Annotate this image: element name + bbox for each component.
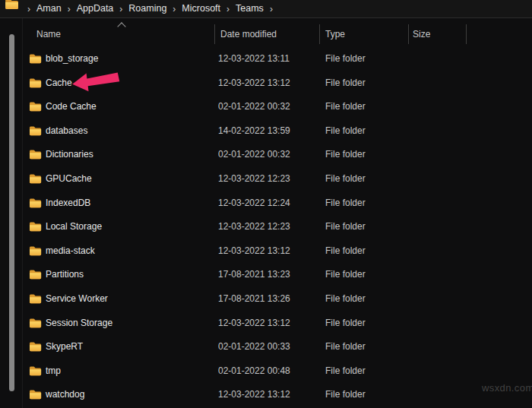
chevron-right-icon[interactable]: › [119,5,122,14]
file-type: File folder [325,389,366,400]
date-modified: 12-03-2022 12:23 [218,173,290,184]
table-row[interactable]: databases 14-02-2022 13:59 File folder [0,119,532,143]
table-row[interactable]: SkypeRT 02-01-2022 00:33 File folder [0,334,532,359]
file-type: File folder [325,77,366,88]
date-modified: 02-01-2022 00:48 [218,365,290,376]
breadcrumb-item-appdata[interactable]: AppData [77,4,114,14]
file-type: File folder [325,293,366,304]
file-name: Local Storage [46,221,102,232]
file-name: Partitions [46,269,84,280]
folder-icon [29,365,42,376]
date-modified: 02-01-2022 00:32 [218,101,290,112]
folder-icon [5,0,19,10]
breadcrumb-item-microsoft[interactable]: Microsoft [182,4,220,14]
folder-icon [29,245,42,256]
file-type: File folder [325,245,366,256]
file-explorer-window: › Aman › AppData › Roaming › Microsoft ›… [0,0,532,408]
file-type: File folder [325,318,366,328]
column-divider[interactable] [408,24,409,44]
file-name: SkypeRT [46,341,83,352]
table-row[interactable]: Service Worker 17-08-2021 13:26 File fol… [0,286,532,311]
file-name: blob_storage [46,53,98,64]
folder-icon [29,269,42,280]
breadcrumb: › Aman › AppData › Roaming › Microsoft ›… [0,0,532,17]
folder-icon [29,389,42,400]
folder-icon [29,173,42,184]
folder-icon [29,149,42,160]
folder-icon [29,293,42,304]
file-type: File folder [325,101,366,112]
table-row[interactable]: watchdog 12-03-2022 13:12 File folder [0,382,532,406]
table-row[interactable]: GPUCache 12-03-2022 12:23 File folder [0,166,532,191]
column-header-size[interactable]: Size [413,29,430,40]
file-name: databases [46,125,87,136]
chevron-right-icon[interactable]: › [173,5,176,14]
date-modified: 12-03-2022 13:12 [218,245,290,256]
folder-icon [29,77,42,88]
table-row[interactable]: Session Storage 12-03-2022 13:12 File fo… [0,311,532,335]
table-row[interactable]: IndexedDB 12-03-2022 12:24 File folder [0,191,532,215]
file-name: Code Cache [46,101,97,112]
date-modified: 12-03-2022 12:23 [218,221,290,232]
file-name: watchdog [46,389,84,400]
file-name: media-stack [46,245,95,256]
date-modified: 12-03-2022 13:12 [218,77,290,88]
file-type: File folder [325,198,366,208]
folder-icon [29,221,42,232]
file-name: GPUCache [46,173,92,184]
column-header-date-modified[interactable]: Date modified [220,29,277,40]
column-header-name[interactable]: Name [36,29,61,40]
folder-icon [29,101,42,112]
date-modified: 12-03-2022 13:12 [218,318,290,328]
file-type: File folder [325,125,366,136]
divider [0,17,532,18]
column-header-type[interactable]: Type [325,29,345,40]
file-type: File folder [325,269,366,280]
file-type: File folder [325,149,366,160]
breadcrumb-item-teams[interactable]: Teams [236,4,264,14]
table-row[interactable]: blob_storage 12-03-2022 13:11 File folde… [0,46,532,71]
file-type: File folder [325,341,366,352]
breadcrumb-item-roaming[interactable]: Roaming [128,4,166,14]
date-modified: 14-02-2022 13:59 [218,125,290,136]
date-modified: 12-03-2022 12:24 [218,198,290,208]
chevron-right-icon[interactable]: › [270,5,273,14]
table-row[interactable]: tmp 02-01-2022 00:48 File folder [0,359,532,383]
chevron-right-icon[interactable]: › [68,5,71,14]
file-type: File folder [325,53,366,64]
column-divider[interactable] [466,24,467,44]
watermark: wsxdn.com [482,382,532,394]
table-row[interactable]: Dictionaries 02-01-2022 00:32 File folde… [0,142,532,166]
chevron-right-icon[interactable]: › [226,5,230,14]
file-name: tmp [46,365,61,376]
file-name: Service Worker [46,293,108,304]
file-name: IndexedDB [46,198,90,208]
folder-icon [29,341,42,352]
column-divider[interactable] [319,24,320,44]
chevron-right-icon[interactable]: › [27,5,30,14]
date-modified: 12-03-2022 13:12 [218,389,290,400]
folder-icon [29,53,42,64]
column-divider[interactable] [214,24,215,44]
file-name: Dictionaries [46,149,93,160]
date-modified: 12-03-2022 13:11 [218,53,290,64]
breadcrumb-item-aman[interactable]: Aman [36,4,62,14]
table-row[interactable]: media-stack 12-03-2022 13:12 File folder [0,239,532,263]
sort-ascending-icon [117,22,125,30]
table-row[interactable]: Local Storage 12-03-2022 12:23 File fold… [0,214,532,239]
folder-icon [29,318,42,328]
folder-icon [29,198,42,208]
date-modified: 17-08-2021 13:26 [218,293,290,304]
file-type: File folder [325,173,366,184]
date-modified: 02-01-2022 00:32 [218,149,290,160]
file-type: File folder [325,221,366,232]
file-name: Session Storage [46,318,112,328]
date-modified: 02-01-2022 00:33 [218,341,290,352]
file-name: Cache [46,77,72,88]
file-type: File folder [325,365,366,376]
folder-icon [29,125,42,136]
table-row[interactable]: Partitions 17-08-2021 13:23 File folder [0,262,532,286]
table-row[interactable]: Code Cache 02-01-2022 00:32 File folder [0,94,532,119]
date-modified: 17-08-2021 13:23 [218,269,290,280]
